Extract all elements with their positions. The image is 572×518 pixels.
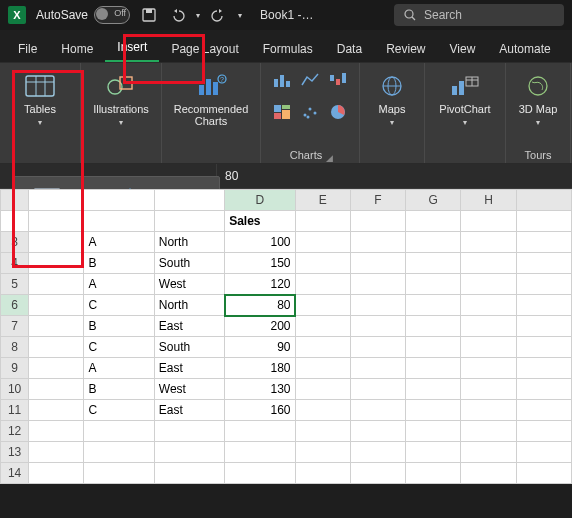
cell[interactable]: 150 [225, 253, 295, 274]
col-header-h[interactable]: H [461, 190, 516, 211]
svg-line-3 [412, 17, 415, 20]
tab-insert[interactable]: Insert [105, 34, 159, 62]
cell[interactable]: 120 [225, 274, 295, 295]
undo-icon[interactable] [168, 6, 186, 24]
cell[interactable]: East [154, 316, 224, 337]
col-header-d[interactable]: D [225, 190, 295, 211]
cell[interactable] [29, 232, 84, 253]
row-header[interactable]: 7 [1, 316, 29, 337]
row-header[interactable]: 14 [1, 463, 29, 484]
waterfall-chart-icon[interactable] [325, 67, 351, 93]
cell[interactable]: 180 [225, 358, 295, 379]
pie-chart-icon[interactable] [325, 99, 351, 125]
tab-data[interactable]: Data [325, 36, 374, 62]
tables-button[interactable]: Tables▾ [8, 67, 72, 135]
column-chart-icon[interactable] [269, 67, 295, 93]
tab-page-layout[interactable]: Page Layout [159, 36, 250, 62]
svg-rect-18 [330, 75, 334, 81]
map3d-button[interactable]: 3D Map▾ [514, 67, 562, 135]
illustrations-button[interactable]: Illustrations▾ [89, 67, 153, 135]
cell[interactable]: North [154, 232, 224, 253]
ribbon: Tables▾ Illustrations▾ ? Recommended Cha… [0, 63, 572, 164]
row-header[interactable]: 6 [1, 295, 29, 316]
undo-dropdown-icon[interactable]: ▾ [196, 11, 200, 20]
row-header[interactable]: 3 [1, 232, 29, 253]
cell[interactable]: 160 [225, 400, 295, 421]
cell[interactable]: South [154, 253, 224, 274]
globe-icon [376, 73, 408, 99]
svg-rect-1 [146, 9, 152, 13]
cell[interactable] [29, 337, 84, 358]
cell[interactable]: West [154, 379, 224, 400]
col-header-e[interactable]: E [295, 190, 350, 211]
excel-logo-icon: X [8, 6, 26, 24]
cell[interactable] [29, 358, 84, 379]
cell[interactable]: A [84, 358, 154, 379]
row-header[interactable]: 9 [1, 358, 29, 379]
row-header[interactable]: 8 [1, 337, 29, 358]
tab-file[interactable]: File [6, 36, 49, 62]
cell[interactable] [29, 379, 84, 400]
recommended-charts-button[interactable]: ? Recommended Charts [170, 67, 252, 133]
cell[interactable]: B [84, 316, 154, 337]
cell[interactable]: South [154, 337, 224, 358]
row-header[interactable]: 4 [1, 253, 29, 274]
line-chart-icon[interactable] [297, 67, 323, 93]
scatter-chart-icon[interactable] [297, 99, 323, 125]
row-header[interactable]: 11 [1, 400, 29, 421]
pivotchart-button[interactable]: PivotChart▾ [433, 67, 497, 135]
cell[interactable]: 200 [225, 316, 295, 337]
formula-value[interactable]: 80 [217, 169, 246, 183]
hierarchy-chart-icon[interactable] [269, 99, 295, 125]
cell[interactable]: East [154, 358, 224, 379]
cell[interactable]: A [84, 232, 154, 253]
autosave-label: AutoSave [36, 8, 88, 22]
row-header[interactable]: 12 [1, 421, 29, 442]
cell[interactable]: A [84, 274, 154, 295]
cell[interactable] [29, 295, 84, 316]
cell[interactable] [29, 316, 84, 337]
svg-rect-16 [280, 75, 284, 87]
col-header-f[interactable]: F [350, 190, 405, 211]
save-icon[interactable] [140, 6, 158, 24]
row-header[interactable]: 10 [1, 379, 29, 400]
col-header-g[interactable]: G [406, 190, 461, 211]
worksheet-grid[interactable]: D E F G H Product Region Sales 3ANorth10… [0, 189, 572, 484]
cell[interactable]: B [84, 253, 154, 274]
cell[interactable] [29, 274, 84, 295]
tab-review[interactable]: Review [374, 36, 437, 62]
search-box[interactable]: Search [394, 4, 564, 26]
row-header[interactable]: 13 [1, 442, 29, 463]
cell[interactable]: 130 [225, 379, 295, 400]
redo-icon[interactable] [210, 6, 228, 24]
cell[interactable]: 100 [225, 232, 295, 253]
maps-button[interactable]: Maps▾ [368, 67, 416, 135]
tab-home[interactable]: Home [49, 36, 105, 62]
tab-formulas[interactable]: Formulas [251, 36, 325, 62]
chart-type-gallery [269, 67, 351, 129]
cell[interactable]: 90 [225, 337, 295, 358]
svg-rect-4 [26, 76, 54, 96]
select-all-corner[interactable] [1, 190, 29, 211]
cell[interactable]: C [84, 400, 154, 421]
cell[interactable] [29, 253, 84, 274]
autosave-toggle[interactable]: AutoSave Off [36, 6, 130, 24]
qat-more-icon[interactable]: ▾ [238, 11, 242, 20]
tours-group-label: Tours [525, 149, 552, 161]
cell[interactable]: B [84, 379, 154, 400]
cell[interactable]: West [154, 274, 224, 295]
cell[interactable]: C [84, 295, 154, 316]
cell[interactable]: C [84, 337, 154, 358]
cell[interactable]: Sales [225, 211, 295, 232]
tab-automate[interactable]: Automate [487, 36, 562, 62]
charts-dialog-launcher-icon[interactable]: ◢ [326, 153, 330, 157]
cell[interactable]: 80 [225, 295, 295, 316]
row-header[interactable]: 5 [1, 274, 29, 295]
cell[interactable] [29, 400, 84, 421]
tab-view[interactable]: View [438, 36, 488, 62]
cell[interactable]: North [154, 295, 224, 316]
col-header-i[interactable] [516, 190, 571, 211]
cell[interactable]: East [154, 400, 224, 421]
toggle-switch[interactable]: Off [94, 6, 130, 24]
charts-group-label: Charts [290, 149, 322, 161]
